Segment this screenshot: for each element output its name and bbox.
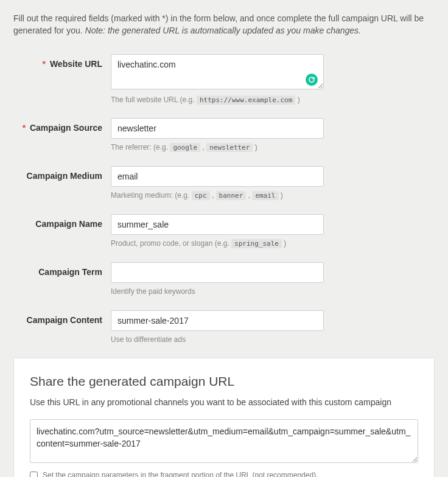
code-chip: spring_sale [231, 239, 282, 248]
generated-url-textarea[interactable] [30, 419, 418, 463]
share-description: Use this URL in any promotional channels… [30, 397, 418, 407]
intro-text: Fill out the required fields (marked wit… [13, 12, 435, 37]
grammarly-icon [306, 74, 318, 86]
row-campaign-name: Campaign Name Product, promo code, or sl… [13, 214, 435, 249]
row-campaign-term: Campaign Term Identify the paid keywords [13, 262, 435, 297]
label-col: * Website URL [13, 54, 111, 69]
label-col: Campaign Name [13, 214, 111, 229]
label-website-url: Website URL [50, 59, 102, 69]
label-campaign-name: Campaign Name [35, 219, 102, 229]
campaign-content-input[interactable] [111, 310, 324, 331]
code-chip: cpc [192, 191, 210, 200]
code-chip: email [252, 191, 278, 200]
code-chip: https://www.example.com [197, 96, 295, 105]
label-col: * Campaign Source [13, 118, 111, 133]
campaign-medium-input[interactable] [111, 166, 324, 187]
help-campaign-content: Use to differentiate ads [111, 335, 324, 345]
code-chip: newsletter [206, 143, 253, 152]
input-col: The referrer: (e.g. google , newsletter … [111, 118, 324, 153]
help-campaign-term: Identify the paid keywords [111, 287, 324, 297]
campaign-source-input[interactable] [111, 118, 324, 139]
label-col: Campaign Term [13, 262, 111, 277]
row-campaign-source: * Campaign Source The referrer: (e.g. go… [13, 118, 435, 153]
share-card: Share the generated campaign URL Use thi… [13, 358, 435, 477]
intro-note: Note: the generated URL is automatically… [85, 26, 361, 35]
row-website-url: * Website URL The full website URL (e.g.… [13, 54, 435, 105]
label-col: Campaign Content [13, 310, 111, 325]
label-col: Campaign Medium [13, 166, 111, 181]
label-campaign-content: Campaign Content [27, 315, 102, 325]
campaign-name-input[interactable] [111, 214, 324, 235]
label-campaign-medium: Campaign Medium [27, 171, 102, 181]
input-col: Marketing medium: (e.g. cpc , banner , e… [111, 166, 324, 201]
required-star: * [23, 123, 26, 133]
fragment-checkbox[interactable] [30, 472, 38, 477]
website-url-input[interactable] [111, 54, 324, 89]
row-campaign-content: Campaign Content Use to differentiate ad… [13, 310, 435, 345]
input-col: The full website URL (e.g. https://www.e… [111, 54, 324, 105]
help-campaign-source: The referrer: (e.g. google , newsletter … [111, 142, 324, 153]
code-chip: google [170, 143, 200, 152]
input-col: Use to differentiate ads [111, 310, 324, 345]
fragment-checkbox-label: Set the campaign parameters in the fragm… [43, 471, 318, 477]
code-chip: banner [216, 191, 247, 200]
required-star: * [43, 59, 46, 69]
help-website-url: The full website URL (e.g. https://www.e… [111, 95, 324, 105]
row-campaign-medium: Campaign Medium Marketing medium: (e.g. … [13, 166, 435, 201]
fragment-checkbox-row: Set the campaign parameters in the fragm… [30, 471, 418, 477]
help-campaign-medium: Marketing medium: (e.g. cpc , banner , e… [111, 190, 324, 201]
share-title: Share the generated campaign URL [30, 374, 418, 389]
input-col: Product, promo code, or slogan (e.g. spr… [111, 214, 324, 249]
campaign-term-input[interactable] [111, 262, 324, 283]
help-campaign-name: Product, promo code, or slogan (e.g. spr… [111, 238, 324, 249]
input-col: Identify the paid keywords [111, 262, 324, 297]
label-campaign-source: Campaign Source [30, 123, 102, 133]
label-campaign-term: Campaign Term [38, 267, 102, 277]
